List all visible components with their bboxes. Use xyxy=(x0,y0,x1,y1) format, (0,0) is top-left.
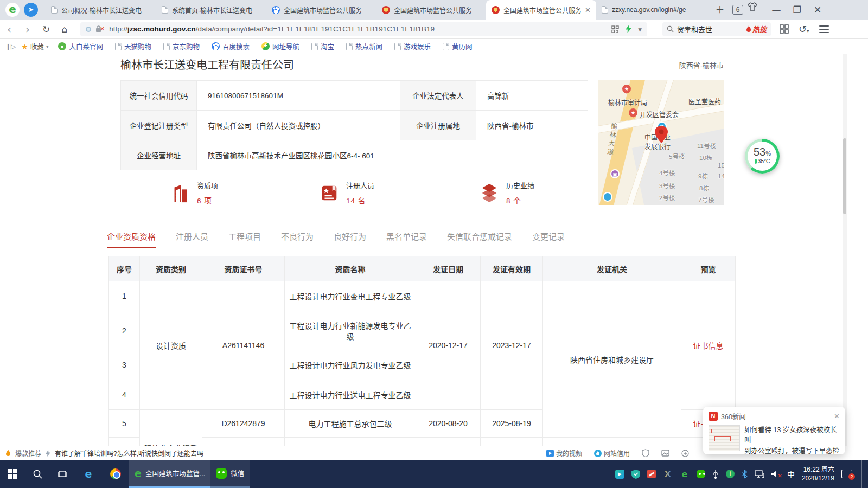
minimize-button[interactable]: — xyxy=(768,2,784,17)
tab-blacklist[interactable]: 黑名单记录 xyxy=(386,230,427,248)
tab-close-icon[interactable]: ✕ xyxy=(585,6,591,14)
notification-close-icon[interactable]: ✕ xyxy=(834,412,840,420)
tray-network-icon[interactable] xyxy=(755,470,764,478)
browser-tab[interactable]: 全国建筑市场监管公共服务 xyxy=(376,0,486,20)
browser-logo-icon[interactable]: e xyxy=(5,3,20,17)
qr-code-icon[interactable] xyxy=(611,25,619,33)
bookmark-item[interactable]: 大白菜官网 xyxy=(58,41,103,52)
ime-indicator[interactable]: 中 xyxy=(787,468,795,479)
add-circle-icon[interactable] xyxy=(681,450,689,457)
play-icon xyxy=(546,450,554,457)
my-videos-item[interactable]: 我的视频 xyxy=(546,448,582,458)
map-label: 开发区管委会 xyxy=(640,110,679,119)
map-label: 10栋 xyxy=(699,153,712,162)
flash-icon[interactable] xyxy=(626,25,631,33)
tab-qualifications[interactable]: 企业资质资格 xyxy=(107,230,156,248)
taskbar-app-chrome[interactable] xyxy=(102,460,129,488)
image-icon[interactable] xyxy=(661,450,669,457)
tray-paint-icon[interactable] xyxy=(647,470,656,478)
browser-tab[interactable]: 全国建筑市场监管公共服务 xyxy=(266,0,376,20)
ball-percent: 53 xyxy=(754,146,765,158)
credit-drop-icon xyxy=(594,450,602,457)
table-header-cell: 序号 xyxy=(109,256,140,281)
taskbar-app-ie[interactable]: e xyxy=(75,460,102,488)
notification-text[interactable]: 如何看待 13 岁女孩深夜被校长叫到办公室殴打，被逼写下早恋检讨... xyxy=(744,425,840,454)
scrollbar[interactable] xyxy=(843,54,847,446)
bookmark-item[interactable]: 网址导航 xyxy=(261,41,299,52)
bookmark-item[interactable]: 京东购物 xyxy=(163,41,200,52)
tab-bad-behavior[interactable]: 不良行为 xyxy=(281,230,314,248)
tab-good-behavior[interactable]: 良好行为 xyxy=(334,230,366,248)
start-button[interactable] xyxy=(0,460,25,488)
browser-tab[interactable]: 公司概况-榆林市长江送变电 xyxy=(46,0,156,20)
accel-ball-widget[interactable]: 53% 35°C xyxy=(745,139,780,174)
maximize-button[interactable]: ❐ xyxy=(789,2,805,17)
search-input[interactable]: 贺孝和去世 xyxy=(677,24,746,34)
tray-nav-icon[interactable]: + xyxy=(726,470,735,478)
action-center-icon[interactable]: 2 xyxy=(841,470,852,478)
info-value: 91610800671518601M xyxy=(197,81,400,111)
skin-icon[interactable] xyxy=(748,2,764,17)
back-button[interactable]: ‹ xyxy=(0,23,18,36)
cert-info-link[interactable]: 证书信息 xyxy=(693,342,724,350)
row-no: 2 xyxy=(109,311,140,350)
tray-shield-icon[interactable] xyxy=(631,470,640,479)
map-label: 榆林市审计局 xyxy=(608,98,647,107)
apps-grid-icon[interactable] xyxy=(780,24,789,34)
tray-bluetooth-icon[interactable] xyxy=(742,470,748,479)
sidebar-expand-icon[interactable]: ❙▷ xyxy=(5,43,16,50)
hot-search-button[interactable]: 热搜 xyxy=(746,24,767,34)
bookmark-item[interactable]: 热点新闻 xyxy=(346,41,382,52)
tab-personnel[interactable]: 注册人员 xyxy=(176,230,208,248)
tab-projects[interactable]: 工程项目 xyxy=(228,230,261,248)
site-credit-item[interactable]: 网站信用 xyxy=(594,448,630,458)
new-tab-button[interactable]: ＋ xyxy=(712,2,728,17)
show-desktop-button[interactable] xyxy=(861,460,865,488)
tray-thunder-icon[interactable]: X xyxy=(663,469,673,479)
browser-tab-active[interactable]: 全国建筑市场监管公共服务✕ xyxy=(486,0,596,20)
site-indicator-icon[interactable] xyxy=(86,27,91,32)
forward-button[interactable]: › xyxy=(18,23,37,36)
taskbar-app-browser-active[interactable]: e全国建筑市场监管... xyxy=(129,460,210,488)
url-dropdown-icon[interactable]: ▾ xyxy=(638,25,642,34)
menu-icon[interactable] xyxy=(819,23,829,35)
clock[interactable]: 16:22 周六2020/12/19 xyxy=(802,465,834,483)
bookmark-item[interactable]: 百度搜索 xyxy=(212,41,250,52)
tray-video-icon[interactable]: ▶ xyxy=(615,470,624,479)
taskbar-app-wechat[interactable]: 微信 xyxy=(210,460,250,488)
registry-book-icon xyxy=(319,183,340,203)
browser-tab[interactable]: zzxy.nea.gov.cn/login#/ge xyxy=(596,0,706,20)
bookmark-item[interactable]: 天猫购物 xyxy=(115,41,151,52)
tray-volume-muted-icon[interactable]: ✕ xyxy=(771,470,780,478)
tray-360-icon[interactable]: e xyxy=(680,469,690,479)
search-box[interactable]: 贺孝和去世 热搜 xyxy=(662,22,771,36)
table-header-cell: 资质名称 xyxy=(285,256,416,281)
valid-until: 2023-12-17 xyxy=(481,281,543,410)
home-button[interactable]: ⌂ xyxy=(55,24,74,35)
bookmark-item[interactable]: 游戏娱乐 xyxy=(394,41,431,52)
favorites-button[interactable]: ★收藏▾ xyxy=(21,41,48,52)
notification-card[interactable]: N 360新闻 ✕ 如何看待 13 岁女孩深夜被校长叫到办公室殴打，被逼写下早恋… xyxy=(703,407,845,454)
tab-count-badge[interactable]: 6 xyxy=(732,5,743,15)
close-button[interactable]: ✕ xyxy=(809,2,826,17)
tray-usb-icon[interactable] xyxy=(712,470,719,479)
refresh-button[interactable]: ↻ xyxy=(37,24,55,35)
tray-wechat-icon[interactable] xyxy=(697,470,705,478)
url-bar[interactable]: ✕ http://jzsc.mohurd.gov.cn/data/company… xyxy=(80,22,647,36)
notification-app-icon: N xyxy=(709,412,718,421)
shield-icon[interactable] xyxy=(642,449,649,457)
browser-tab[interactable]: 系统首页-榆林市长江送变电 xyxy=(156,0,266,20)
insecure-lock-icon[interactable]: ✕ xyxy=(95,25,105,33)
scrollbar-thumb[interactable] xyxy=(843,138,846,214)
taskbar-search-button[interactable] xyxy=(25,460,50,488)
nav-compass-icon[interactable]: ➤ xyxy=(24,3,38,17)
map-poi-pin xyxy=(603,192,612,202)
task-view-button[interactable] xyxy=(50,460,75,488)
bookmark-item[interactable]: 淘宝 xyxy=(311,41,334,52)
tab-dishonesty[interactable]: 失信联合惩戒记录 xyxy=(447,230,512,248)
restore-tab-icon[interactable]: ↺▾ xyxy=(799,23,809,35)
headline-link[interactable]: 有谁了解千锋培训吗?怎么样,听说快倒闭了还能去吗 xyxy=(55,448,203,458)
tab-changes[interactable]: 变更记录 xyxy=(532,230,565,248)
bookmark-item[interactable]: 黄历网 xyxy=(443,41,473,52)
location-map[interactable]: 榆林大道 ★ 榆林市审计局 医圣堂医药 ★ 开发区管委会 ¥ 中国农业发展银行 … xyxy=(598,80,724,205)
